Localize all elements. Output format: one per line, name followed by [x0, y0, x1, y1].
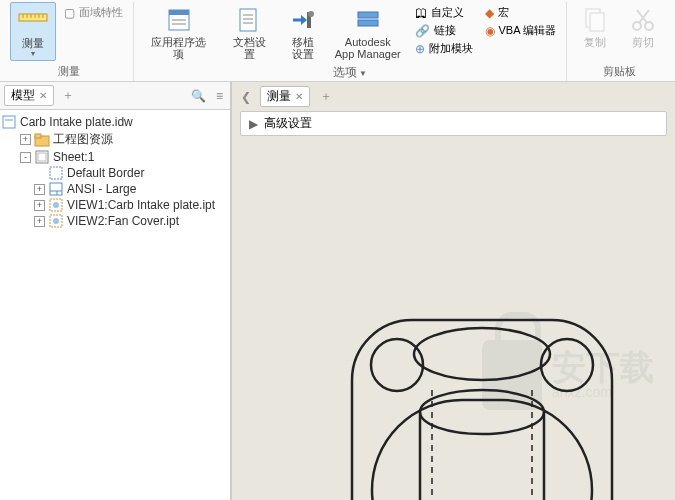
- expand-toggle: [34, 168, 45, 179]
- advanced-settings-toggle[interactable]: ▶ 高级设置: [240, 111, 667, 136]
- cut-icon: [627, 4, 659, 36]
- chevron-right-icon: ▶: [249, 117, 258, 131]
- expand-toggle[interactable]: +: [34, 216, 45, 227]
- area-properties-button[interactable]: ▢ 面域特性: [60, 4, 127, 21]
- expand-toggle[interactable]: -: [20, 152, 31, 163]
- doc-settings-label: 文档设置: [228, 36, 272, 60]
- add-panel-tab-button[interactable]: ＋: [316, 88, 336, 105]
- model-browser-panel: 模型 ✕ ＋ 🔍 ≡ Carb Intake plate.idw +工程图资源-…: [0, 82, 232, 500]
- tab-measure-label: 测量: [267, 88, 291, 105]
- addons-label: 附加模块: [429, 41, 473, 56]
- svg-rect-44: [372, 400, 592, 500]
- app-manager-label: Autodesk App Manager: [335, 36, 401, 60]
- addons-button[interactable]: ⊕ 附加模块: [411, 40, 477, 57]
- link-label: 链接: [434, 23, 456, 38]
- tree-item-label: Sheet:1: [53, 150, 94, 164]
- svg-rect-28: [35, 134, 41, 138]
- ribbon-toolbar: 测量 ▾ ▢ 面域特性 测量 应用程序选项: [0, 0, 675, 82]
- svg-rect-11: [240, 9, 256, 31]
- measure-button[interactable]: 测量 ▾: [10, 2, 56, 61]
- svg-line-23: [639, 10, 649, 23]
- measure-group-title: 测量: [58, 62, 80, 81]
- svg-rect-17: [358, 12, 378, 18]
- macro-label: 宏: [498, 5, 509, 20]
- chevron-left-icon[interactable]: ❮: [238, 90, 254, 104]
- canvas-area: ❮ 测量 ✕ ＋ ▶ 高级设置 安下载 anxz.com: [232, 82, 675, 500]
- tree-item[interactable]: +VIEW1:Carb Intake plate.ipt: [2, 197, 228, 213]
- menu-icon[interactable]: ≡: [213, 89, 226, 103]
- canvas-tabstrip: ❮ 测量 ✕ ＋: [232, 82, 675, 111]
- advanced-settings-label: 高级设置: [264, 115, 312, 132]
- tree-item[interactable]: Default Border: [2, 165, 228, 181]
- link-icon: 🔗: [415, 24, 430, 38]
- titleblock-icon: [49, 182, 63, 196]
- doc-settings-button[interactable]: 文档设置: [222, 2, 278, 62]
- cut-button[interactable]: 剪切: [621, 2, 665, 50]
- search-icon[interactable]: 🔍: [188, 89, 209, 103]
- svg-rect-32: [50, 183, 62, 195]
- sidebar-tabstrip: 模型 ✕ ＋ 🔍 ≡: [0, 82, 230, 110]
- tree-item[interactable]: -Sheet:1: [2, 149, 228, 165]
- model-tree: Carb Intake plate.idw +工程图资源-Sheet:1Defa…: [0, 110, 230, 233]
- svg-point-38: [53, 218, 59, 224]
- svg-rect-18: [358, 20, 378, 26]
- tree-item[interactable]: +工程图资源: [2, 130, 228, 149]
- svg-rect-8: [169, 10, 189, 15]
- migrate-icon: [287, 4, 319, 36]
- copy-label: 复制: [584, 36, 606, 48]
- doc-settings-icon: [233, 4, 265, 36]
- tab-model-label: 模型: [11, 87, 35, 104]
- add-tab-button[interactable]: ＋: [58, 87, 78, 104]
- customize-label: 自定义: [431, 5, 464, 20]
- customize-button[interactable]: 🕮 自定义: [411, 4, 477, 21]
- tree-root[interactable]: Carb Intake plate.idw: [2, 114, 228, 130]
- tree-item-label: VIEW2:Fan Cover.ipt: [67, 214, 179, 228]
- svg-line-24: [637, 10, 647, 23]
- macro-button[interactable]: ◆ 宏: [481, 4, 560, 21]
- expand-toggle[interactable]: +: [20, 134, 31, 145]
- measure-label: 测量: [22, 37, 44, 49]
- close-icon[interactable]: ✕: [39, 90, 47, 101]
- customize-icon: 🕮: [415, 6, 427, 20]
- app-options-label: 应用程序选项: [146, 36, 212, 60]
- svg-rect-39: [352, 320, 612, 500]
- copy-button[interactable]: 复制: [573, 2, 617, 50]
- svg-point-36: [53, 202, 59, 208]
- cut-label: 剪切: [632, 36, 654, 48]
- ribbon-group-clipboard: 复制 剪切 剪贴板: [567, 2, 671, 81]
- drawing-canvas[interactable]: 安下载 anxz.com: [232, 140, 675, 500]
- app-manager-icon: [352, 4, 384, 36]
- workspace: 模型 ✕ ＋ 🔍 ≡ Carb Intake plate.idw +工程图资源-…: [0, 82, 675, 500]
- tab-measure-panel[interactable]: 测量 ✕: [260, 86, 310, 107]
- area-icon: ▢: [64, 6, 75, 20]
- ruler-icon: [17, 5, 49, 37]
- vba-label: VBA 编辑器: [499, 23, 556, 38]
- vba-editor-button[interactable]: ◉ VBA 编辑器: [481, 22, 560, 39]
- ribbon-group-options: 应用程序选项 文档设置 移植 设置 Autodesk App Manager: [134, 2, 567, 81]
- chevron-down-icon[interactable]: ▼: [359, 69, 367, 78]
- addons-icon: ⊕: [415, 42, 425, 56]
- close-icon[interactable]: ✕: [295, 91, 303, 102]
- app-options-button[interactable]: 应用程序选项: [140, 2, 218, 62]
- tree-item[interactable]: +ANSI - Large: [2, 181, 228, 197]
- drawing-view: [322, 300, 675, 500]
- ribbon-group-measure: 测量 ▾ ▢ 面域特性 测量: [4, 2, 134, 81]
- tree-item-label: VIEW1:Carb Intake plate.ipt: [67, 198, 215, 212]
- sheet-icon: [35, 150, 49, 164]
- link-button[interactable]: 🔗 链接: [411, 22, 477, 39]
- view-icon: [49, 198, 63, 212]
- tree-item[interactable]: +VIEW2:Fan Cover.ipt: [2, 213, 228, 229]
- area-props-label: 面域特性: [79, 5, 123, 20]
- expand-toggle[interactable]: +: [34, 184, 45, 195]
- tab-model[interactable]: 模型 ✕: [4, 85, 54, 106]
- svg-rect-31: [50, 167, 62, 179]
- tree-item-label: Default Border: [67, 166, 144, 180]
- copy-icon: [579, 4, 611, 36]
- macro-icon: ◆: [485, 6, 494, 20]
- migrate-label: 移植 设置: [292, 36, 314, 60]
- expand-toggle[interactable]: +: [34, 200, 45, 211]
- migrate-button[interactable]: 移植 设置: [281, 2, 325, 62]
- app-manager-button[interactable]: Autodesk App Manager: [329, 2, 407, 62]
- svg-point-45: [414, 328, 550, 380]
- clipboard-group-title: 剪贴板: [603, 62, 636, 81]
